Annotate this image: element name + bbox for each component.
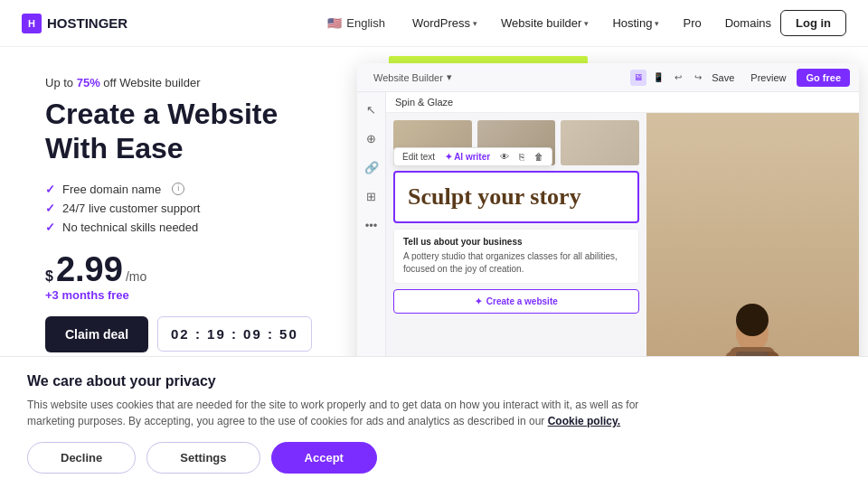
feature-checklist: ✓ Free domain name i ✓ 24/7 live custome…	[45, 183, 316, 234]
chevron-down-icon: ▾	[447, 71, 452, 83]
nav-hosting[interactable]: Hosting ▾	[603, 11, 668, 35]
go-free-button[interactable]: Go free	[797, 69, 850, 87]
create-website-button[interactable]: ✦ Create a website	[393, 289, 639, 314]
price-display: $ 2.99 /mo	[45, 252, 316, 286]
discount-badge: Up to 75% off Website builder	[45, 76, 316, 89]
desktop-icon[interactable]: 🖥	[630, 70, 646, 86]
builder-tab-label: Website Builder	[373, 72, 443, 83]
checklist-item-3: ✓ No technical skills needed	[45, 221, 316, 234]
checklist-item-2: ✓ 24/7 live customer support	[45, 202, 316, 215]
check-icon: ✓	[45, 183, 55, 196]
undo-icon[interactable]: ↩	[670, 70, 686, 86]
business-info-block: Tell us about your business A pottery st…	[393, 229, 639, 284]
cookie-text: This website uses cookies that are neede…	[27, 397, 660, 429]
cookie-buttons: Decline Settings Accept	[27, 442, 841, 474]
logo-icon: H	[22, 14, 42, 33]
mobile-icon[interactable]: 📱	[650, 70, 666, 86]
logo-text: HOSTINGER	[47, 15, 127, 31]
save-button[interactable]: Save	[706, 70, 740, 86]
logo[interactable]: H HOSTINGER	[22, 14, 127, 33]
language-selector[interactable]: 🇺🇸 English	[327, 16, 385, 30]
site-name: Spin & Glaze	[395, 97, 453, 108]
cookie-title: We care about your privacy	[27, 373, 841, 389]
hero-title: Create a Website With Ease	[45, 97, 316, 166]
accept-button[interactable]: Accept	[271, 442, 377, 474]
text-edit-block[interactable]: Edit text ✦ AI writer 👁 ⎘ 🗑	[393, 171, 639, 223]
lang-label: English	[346, 16, 385, 30]
cookie-banner: We care about your privacy This website …	[0, 356, 868, 488]
chevron-down-icon: ▾	[473, 19, 477, 28]
thumb-3	[561, 120, 639, 165]
preview-button[interactable]: Preview	[745, 70, 791, 86]
resize-tool[interactable]: ⊞	[362, 186, 382, 206]
biz-description: A pottery studio that organizes classes …	[403, 250, 629, 276]
nav-domains[interactable]: Domains	[716, 11, 780, 35]
free-months-badge: +3 months free	[45, 288, 316, 302]
device-icons: 🖥 📱 ↩ ↪	[630, 70, 706, 86]
cta-row: Claim deal 02 : 19 : 09 : 50	[45, 316, 316, 352]
delete-tool[interactable]: 🗑	[530, 150, 548, 164]
price-amount: 2.99	[56, 252, 123, 286]
nav-pro[interactable]: Pro	[674, 11, 710, 35]
nav-website-builder[interactable]: Website builder ▾	[492, 11, 598, 35]
builder-actions: Save Preview Go free	[706, 69, 850, 87]
ai-star-icon: ✦	[445, 152, 452, 162]
nav-links: WordPress ▾ Website builder ▾ Hosting ▾ …	[403, 11, 780, 35]
add-section-tool[interactable]: ⊕	[362, 128, 382, 148]
check-icon: ✓	[45, 202, 55, 215]
nav-wordpress[interactable]: WordPress ▾	[403, 11, 486, 35]
checklist-item-1: ✓ Free domain name i	[45, 183, 316, 196]
copy-tool[interactable]: ⎘	[514, 150, 529, 164]
price-period: /mo	[126, 269, 146, 284]
navbar: H HOSTINGER 🇺🇸 English WordPress ▾ Websi…	[0, 0, 868, 47]
edit-text-tool[interactable]: Edit text	[398, 150, 439, 164]
flag-icon: 🇺🇸	[327, 16, 342, 30]
price-dollar: $	[45, 268, 53, 285]
countdown-timer: 02 : 19 : 09 : 50	[157, 316, 312, 352]
chevron-down-icon: ▾	[655, 19, 659, 28]
chevron-down-icon: ▾	[584, 19, 589, 28]
sculpt-title: Sculpt your story	[408, 183, 625, 211]
biz-label: Tell us about your business	[403, 237, 629, 247]
builder-topbar: Website Builder ▾ 🖥 📱 ↩ ↪ Save Preview G…	[357, 63, 859, 92]
info-icon[interactable]: i	[172, 183, 184, 195]
login-button[interactable]: Log in	[780, 10, 846, 36]
settings-button[interactable]: Settings	[146, 442, 259, 474]
plus-icon: ✦	[475, 296, 482, 306]
redo-icon[interactable]: ↪	[690, 70, 706, 86]
cursor-tool[interactable]: ↖	[362, 99, 382, 119]
edit-toolbar: Edit text ✦ AI writer 👁 ⎘ 🗑	[393, 147, 552, 166]
claim-deal-button[interactable]: Claim deal	[45, 316, 148, 352]
more-tools[interactable]: •••	[362, 215, 382, 235]
eye-tool[interactable]: 👁	[495, 150, 514, 164]
builder-tab[interactable]: Website Builder ▾	[366, 71, 459, 83]
discount-percent: 75%	[77, 76, 100, 89]
link-tool[interactable]: 🔗	[362, 157, 382, 177]
svg-point-8	[736, 304, 769, 336]
ai-writer-tool[interactable]: ✦ AI writer	[440, 150, 495, 164]
site-name-bar: Spin & Glaze	[386, 92, 859, 113]
check-icon: ✓	[45, 221, 55, 234]
decline-button[interactable]: Decline	[27, 442, 136, 474]
cookie-policy-link[interactable]: Cookie policy.	[548, 415, 620, 427]
